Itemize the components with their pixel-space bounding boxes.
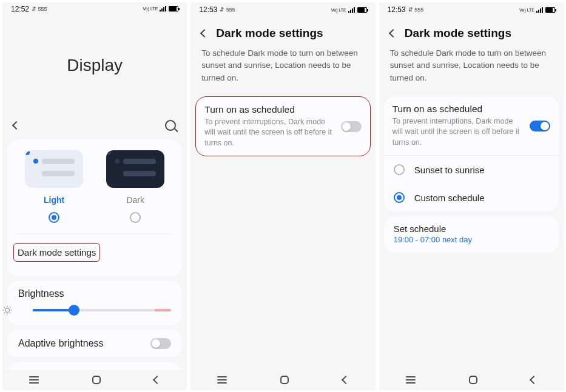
svg-line-5 — [4, 307, 5, 308]
theme-preview-light — [25, 150, 83, 188]
status-indicators: ⇵ 555 — [408, 7, 424, 13]
nav-home-button[interactable] — [92, 376, 101, 384]
status-bar: 12:53 ⇵ 555 Vo) LTE — [379, 2, 564, 17]
svg-line-8 — [10, 307, 10, 308]
signal-icon — [160, 6, 167, 12]
set-schedule-row[interactable]: Set schedule 19:00 - 07:00 next day — [384, 216, 559, 253]
status-indicators: ⇵ 555 — [32, 6, 47, 12]
scheduled-title: Turn on as scheduled — [204, 104, 333, 115]
scheduled-desc: To prevent interruptions, Dark mode will… — [204, 117, 333, 149]
battery-icon — [169, 6, 178, 12]
battery-icon — [545, 7, 555, 13]
screen-display: 12:52 ⇵ 555 Vo) LTE Display Light — [2, 2, 187, 390]
nav-back-button[interactable] — [153, 376, 161, 384]
adaptive-brightness-label: Adaptive brightness — [18, 338, 104, 349]
theme-option-light[interactable]: Light — [13, 150, 95, 223]
theme-preview-dark — [106, 150, 164, 188]
nav-bar — [190, 370, 375, 390]
brightness-sun-icon — [2, 305, 12, 315]
scheduled-toggle[interactable] — [530, 121, 550, 131]
brightness-label: Brightness — [18, 288, 171, 299]
page-subtitle: To schedule Dark mode to turn on between… — [379, 46, 564, 94]
status-bar: 12:52 ⇵ 555 Vo) LTE — [2, 2, 187, 16]
nav-bar — [2, 370, 187, 390]
nav-bar — [379, 370, 564, 390]
back-icon[interactable] — [389, 29, 397, 38]
network-label-icon: Vo) LTE — [143, 7, 158, 11]
page-subtitle: To schedule Dark mode to turn on between… — [190, 46, 375, 94]
option-custom-schedule[interactable]: Custom schedule — [384, 184, 559, 211]
radio-light[interactable] — [49, 212, 59, 223]
svg-point-0 — [5, 308, 10, 313]
nav-recents-button[interactable] — [406, 379, 416, 380]
turn-on-scheduled-row[interactable]: Turn on as scheduled To prevent interrup… — [384, 96, 559, 156]
theme-label: Light — [44, 195, 64, 205]
adaptive-card: Adaptive brightness — [7, 330, 182, 357]
scheduled-title: Turn on as scheduled — [392, 104, 522, 115]
battery-icon — [357, 7, 367, 13]
option-custom-label: Custom schedule — [414, 193, 485, 203]
back-icon[interactable] — [12, 121, 21, 130]
nav-home-button[interactable] — [469, 376, 477, 384]
back-icon[interactable] — [200, 29, 209, 38]
signal-icon — [536, 7, 544, 13]
theme-card: Light Dark Dark mode settings — [7, 139, 182, 276]
nav-back-button[interactable] — [342, 376, 350, 384]
radio-sunset[interactable] — [394, 164, 405, 175]
screen-dark-mode-settings-off: 12:53 ⇵ 555 Vo) LTE Dark mode settings T… — [190, 2, 375, 390]
signal-icon — [348, 7, 355, 13]
status-time: 12:53 — [199, 5, 217, 14]
status-indicators: ⇵ 555 — [220, 7, 235, 13]
set-schedule-value: 19:00 - 07:00 next day — [394, 235, 549, 244]
search-icon[interactable] — [165, 120, 176, 131]
theme-option-dark[interactable]: Dark — [95, 150, 176, 223]
status-time: 12:52 — [11, 5, 29, 13]
nav-back-button[interactable] — [530, 376, 538, 384]
brightness-card: Brightness — [7, 281, 182, 325]
screen-dark-mode-settings-on: 12:53 ⇵ 555 Vo) LTE Dark mode settings T… — [379, 2, 564, 390]
set-schedule-card: Set schedule 19:00 - 07:00 next day — [384, 216, 559, 253]
page-title: Display — [2, 16, 187, 115]
nav-home-button[interactable] — [280, 376, 289, 384]
adaptive-brightness-row[interactable]: Adaptive brightness — [7, 330, 182, 357]
network-label-icon: Vo) LTE — [331, 8, 346, 12]
status-time: 12:53 — [388, 5, 406, 14]
brightness-slider[interactable] — [33, 309, 171, 311]
page-title: Dark mode settings — [216, 27, 323, 40]
svg-line-6 — [10, 313, 10, 313]
adaptive-brightness-toggle[interactable] — [150, 338, 171, 349]
nav-recents-button[interactable] — [217, 379, 227, 380]
scheduled-desc: To prevent interruptions, Dark mode will… — [392, 116, 522, 148]
network-label-icon: Vo) LTE — [519, 8, 534, 12]
scheduled-toggle[interactable] — [341, 121, 362, 132]
theme-label: Dark — [126, 195, 144, 205]
turn-on-scheduled-row[interactable]: Turn on as scheduled To prevent interrup… — [195, 96, 370, 157]
radio-custom[interactable] — [394, 192, 405, 203]
radio-dark[interactable] — [130, 212, 141, 223]
scheduled-card: Turn on as scheduled To prevent interrup… — [384, 96, 559, 212]
status-bar: 12:53 ⇵ 555 Vo) LTE — [190, 2, 375, 17]
svg-line-7 — [4, 313, 5, 313]
option-sunset-label: Sunset to sunrise — [414, 165, 485, 175]
option-sunset-to-sunrise[interactable]: Sunset to sunrise — [384, 156, 559, 184]
dark-mode-settings-button[interactable]: Dark mode settings — [13, 243, 100, 262]
set-schedule-label: Set schedule — [394, 224, 549, 234]
page-title: Dark mode settings — [405, 27, 511, 40]
nav-recents-button[interactable] — [29, 379, 39, 380]
